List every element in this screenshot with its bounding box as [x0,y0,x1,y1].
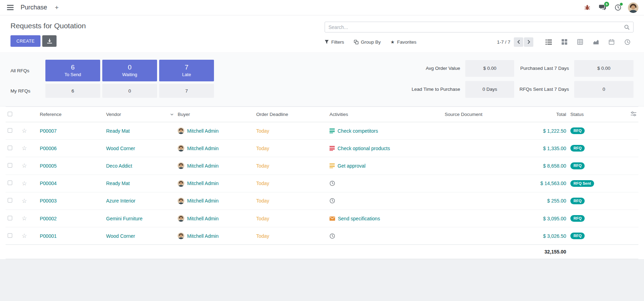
buyer-avatar [178,162,184,169]
late-card[interactable]: 7 Late [159,60,214,81]
calendar-view-icon[interactable] [605,37,618,47]
user-avatar[interactable] [628,2,638,13]
activity-link[interactable]: Check competitors [338,128,378,134]
my-to-send-card[interactable]: 6 [45,84,100,98]
table-row[interactable]: ☆ P00001 Wood Corner Mitchell Admin Toda… [6,227,638,245]
table-row[interactable]: ☆ P00003 Azure Interior Mitchell Admin T… [6,192,638,210]
new-tab-button[interactable]: + [53,4,61,12]
activity-link[interactable]: Check optional products [338,146,390,151]
activity-type-tasks-icon[interactable] [330,146,335,151]
header-buyer[interactable]: Buyer [176,107,254,122]
activity-type-tasks-icon[interactable] [330,129,335,133]
table-row[interactable]: ☆ P00007 Ready Mat Mitchell Admin Today … [6,122,638,140]
pager-previous-button[interactable] [514,37,523,47]
header-reference[interactable]: Reference [38,107,104,122]
header-total[interactable]: Total [530,107,568,122]
group-by-button[interactable]: Group By [354,39,381,45]
table-row[interactable]: ☆ P00005 Deco Addict Mitchell Admin Toda… [6,157,638,175]
my-late-card[interactable]: 7 [159,84,214,98]
pivot-view-icon[interactable] [574,37,586,47]
favorite-star-icon[interactable]: ☆ [22,162,27,169]
buyer-link[interactable]: Mitchell Admin [187,128,219,134]
vendor-link[interactable]: Ready Mat [106,128,130,134]
pager: 1-7 / 7 [497,37,533,47]
create-button[interactable]: CREATE [10,35,40,47]
activity-view-icon[interactable] [621,37,634,47]
vendor-link[interactable]: Wood Corner [106,233,135,239]
filters-label: Filters [331,39,344,45]
vendor-link[interactable]: Azure Interior [106,198,135,204]
vendor-link[interactable]: Wood Corner [106,146,135,151]
export-button[interactable] [42,35,57,47]
header-activities[interactable]: Activities [327,107,443,122]
header-status[interactable]: Status [568,107,621,122]
header-source-document[interactable]: Source Document [443,107,530,122]
table-row[interactable]: ☆ P00002 Gemini Furniture Mitchell Admin… [6,210,638,227]
table-row[interactable]: ☆ P00006 Wood Corner Mitchell Admin Toda… [6,140,638,157]
buyer-link[interactable]: Mitchell Admin [187,216,219,221]
buyer-link[interactable]: Mitchell Admin [187,233,219,239]
row-checkbox[interactable] [8,198,12,203]
favorites-button[interactable]: ★ Favorites [391,39,416,45]
row-checkbox[interactable] [8,181,12,185]
to-send-card[interactable]: 6 To Send [45,60,100,81]
avg-order-value[interactable]: $ 0.00 [465,60,514,77]
table-row[interactable]: ☆ P00004 Ready Mat Mitchell Admin Today … [6,175,638,192]
favorite-star-icon[interactable]: ☆ [22,198,27,204]
buyer-link[interactable]: Mitchell Admin [187,163,219,169]
schedule-activity-clock-icon[interactable] [330,198,335,204]
kanban-view-icon[interactable] [558,37,571,47]
favorite-star-icon[interactable]: ☆ [22,180,27,187]
my-waiting-card[interactable]: 0 [102,84,157,98]
favorite-star-icon[interactable]: ☆ [22,215,27,222]
favorite-star-icon[interactable]: ☆ [22,233,27,239]
apps-menu-icon[interactable] [6,3,15,12]
reference-link[interactable]: P00007 [40,128,57,134]
reference-link[interactable]: P00003 [40,198,57,204]
search-icon[interactable] [621,24,633,30]
search-input[interactable] [325,22,621,32]
lead-time-value[interactable]: 0 Days [465,81,514,98]
buyer-link[interactable]: Mitchell Admin [187,181,219,186]
activities-menu-icon[interactable] [613,2,623,13]
schedule-activity-clock-icon[interactable] [330,181,335,186]
header-vendor[interactable]: Vendor [104,107,176,122]
graph-view-icon[interactable] [590,37,602,47]
row-checkbox[interactable] [8,146,12,150]
reference-link[interactable]: P00005 [40,163,57,169]
vendor-link[interactable]: Ready Mat [106,181,130,186]
row-checkbox[interactable] [8,128,12,133]
debug-bug-icon[interactable] [582,2,592,13]
activity-link[interactable]: Get approval [338,163,365,169]
favorite-star-icon[interactable]: ☆ [22,127,27,134]
list-view-icon[interactable] [542,37,555,47]
favorite-star-icon[interactable]: ☆ [22,145,27,152]
messages-menu-icon[interactable]: 5 [597,2,608,13]
waiting-card[interactable]: 0 Waiting [102,60,157,81]
buyer-link[interactable]: Mitchell Admin [187,146,219,151]
reference-link[interactable]: P00006 [40,146,57,151]
vendor-link[interactable]: Deco Addict [106,163,132,169]
reference-link[interactable]: P00004 [40,181,57,186]
lead-time-label: Lead Time to Purchase [412,87,460,92]
funnel-icon [325,40,329,44]
activity-type-tasks-icon[interactable] [330,163,335,168]
row-checkbox[interactable] [8,216,12,220]
schedule-activity-clock-icon[interactable] [330,233,335,239]
app-name[interactable]: Purchase [21,4,47,11]
purchased-last-7-days[interactable]: $ 0.00 [574,60,634,77]
reference-link[interactable]: P00001 [40,233,57,239]
reference-link[interactable]: P00002 [40,216,57,221]
row-checkbox[interactable] [8,163,12,168]
vendor-link[interactable]: Gemini Furniture [106,216,142,221]
optional-columns-icon[interactable] [631,111,636,116]
filters-button[interactable]: Filters [325,39,344,45]
buyer-link[interactable]: Mitchell Admin [187,198,219,204]
row-checkbox[interactable] [8,233,12,238]
rfqs-sent-last-7-days[interactable]: 0 [574,81,634,98]
pager-next-button[interactable] [524,37,533,47]
header-order-deadline[interactable]: Order Deadline [254,107,327,122]
activity-link[interactable]: Send specifications [338,216,380,221]
select-all-checkbox[interactable] [8,112,12,116]
activity-type-email-icon[interactable] [330,216,335,221]
